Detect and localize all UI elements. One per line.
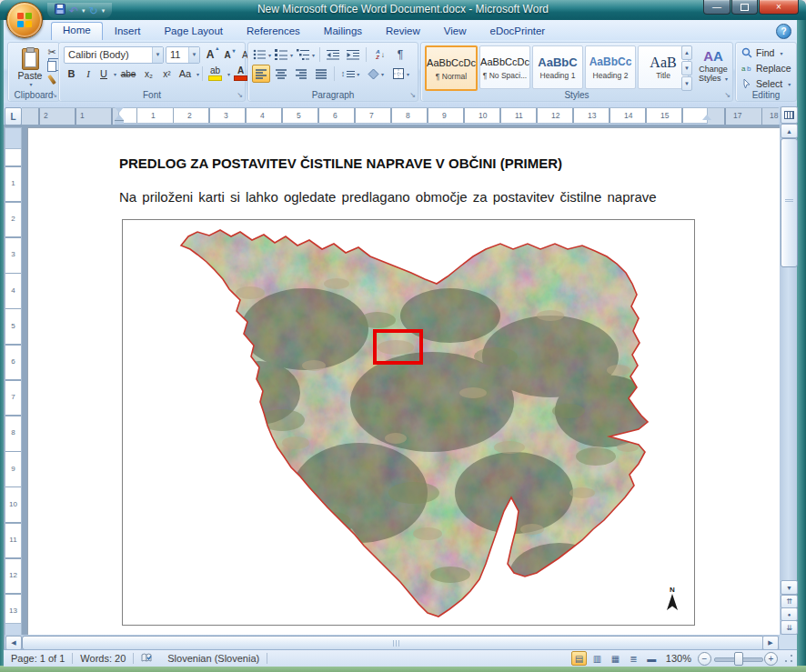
tab-home[interactable]: Home [51, 22, 103, 40]
scroll-up-button[interactable]: ▲ [781, 124, 798, 138]
style-gallery-more-icon[interactable]: ▼ [681, 76, 692, 91]
first-line-indent-marker[interactable] [115, 107, 124, 113]
style-card-heading1[interactable]: AaBbC Heading 1 [532, 45, 583, 89]
format-painter-icon[interactable] [47, 75, 56, 85]
replace-button[interactable]: ab Replace [741, 62, 791, 75]
tab-insert[interactable]: Insert [103, 23, 153, 40]
tab-edocprinter[interactable]: eDocPrinter [478, 23, 557, 40]
style-card-normal[interactable]: AaBbCcDc ¶ Normal [425, 45, 478, 91]
font-dialog-launcher-icon[interactable]: ↘ [237, 92, 243, 99]
draft-view-button[interactable]: ▬ [644, 651, 660, 666]
justify-button[interactable] [312, 65, 330, 83]
shading-button[interactable]: ▾ [364, 65, 388, 83]
ruler-number: 10 [479, 111, 487, 120]
help-button[interactable]: ? [776, 24, 791, 39]
copy-icon[interactable] [47, 61, 56, 72]
styles-dialog-launcher-icon[interactable]: ↘ [724, 92, 730, 99]
grow-font-button[interactable]: A [202, 45, 218, 64]
tab-mailings[interactable]: Mailings [312, 23, 374, 40]
vruler-bottom-margin [5, 623, 22, 636]
multilevel-list-button[interactable]: ▾ [296, 45, 316, 64]
bullets-button[interactable]: ▾ [252, 45, 272, 64]
change-case-arrow-icon[interactable]: ▾ [196, 71, 199, 77]
subscript-button[interactable]: x₂ [140, 65, 157, 83]
full-screen-reading-view-button[interactable]: ▥ [589, 651, 605, 666]
style-card-heading2[interactable]: AaBbCc Heading 2 [585, 45, 636, 89]
tab-selector-button[interactable]: L [5, 107, 22, 125]
horizontal-scrollbar[interactable]: ◀ ▶ [5, 635, 780, 649]
scroll-right-button[interactable]: ▶ [762, 636, 779, 650]
minimize-button[interactable]: — [703, 0, 730, 15]
cut-icon[interactable]: ✂ [47, 46, 55, 58]
word-count[interactable]: Words: 20 [73, 653, 133, 664]
save-icon[interactable] [55, 4, 65, 17]
decrease-indent-button[interactable] [324, 45, 342, 64]
redo-icon[interactable]: ↻ [89, 5, 98, 17]
tab-references[interactable]: References [235, 23, 312, 40]
zoom-slider-thumb[interactable] [734, 652, 743, 666]
font-size-combo[interactable]: 11 ▼ [166, 46, 200, 64]
page-indicator[interactable]: Page: 1 of 1 [4, 653, 72, 664]
qat-customize-arrow-icon[interactable]: ▾ [102, 7, 106, 15]
outline-view-button[interactable]: ≣ [626, 651, 641, 666]
clipboard-dialog-launcher-icon[interactable]: ↘ [51, 92, 57, 99]
bold-button[interactable]: B [63, 65, 80, 83]
close-button[interactable]: × [759, 0, 799, 15]
italic-button[interactable]: I [81, 65, 96, 83]
zoom-in-button[interactable]: + [764, 652, 778, 666]
zoom-level[interactable]: 130% [662, 653, 695, 664]
increase-indent-button[interactable] [344, 45, 362, 64]
numbering-button[interactable]: ▾ [274, 45, 294, 64]
office-button[interactable] [6, 2, 43, 38]
next-page-button[interactable]: ⇊ [781, 620, 798, 635]
print-layout-view-button[interactable]: ▤ [571, 651, 587, 666]
language-indicator[interactable]: Slovenian (Slovenia) [160, 653, 267, 664]
maximize-button[interactable] [731, 0, 758, 15]
proofing-status-icon[interactable] [134, 653, 160, 665]
undo-dropdown-arrow-icon[interactable]: ▾ [82, 7, 86, 15]
tab-view[interactable]: View [432, 23, 479, 40]
vertical-scrollbar[interactable]: ▲ ▼ ⇈ ● ⇊ [780, 106, 797, 635]
line-spacing-button[interactable]: ↕ ▾ [338, 65, 362, 83]
find-button[interactable]: Find▾ [741, 46, 791, 59]
align-right-button[interactable] [292, 65, 310, 83]
undo-icon[interactable]: ↶ [69, 5, 78, 17]
document-page[interactable]: PREDLOG ZA POSTAVITEV ČISTILNE NAPRAVE V… [27, 127, 781, 636]
change-case-button[interactable]: Aa [176, 65, 194, 83]
right-indent-marker[interactable] [702, 115, 711, 120]
paragraph-dialog-launcher-icon[interactable]: ↘ [409, 92, 416, 99]
numbering-icon [275, 49, 288, 60]
show-hide-pilcrow-button[interactable]: ¶ [392, 45, 408, 64]
web-layout-view-button[interactable]: ▦ [608, 651, 623, 666]
scroll-left-button[interactable]: ◀ [5, 636, 22, 650]
align-left-button[interactable] [252, 65, 270, 83]
highlight-arrow-icon[interactable]: ▾ [227, 71, 230, 77]
zoom-slider[interactable] [714, 652, 761, 665]
highlight-color-button[interactable]: ab [206, 65, 225, 83]
horizontal-scroll-thumb[interactable] [22, 636, 764, 650]
tab-page-layout[interactable]: Page Layout [152, 23, 235, 40]
resize-grip-icon[interactable] [784, 654, 793, 663]
font-family-combo[interactable]: Calibri (Body) ▼ [64, 46, 164, 64]
vertical-scroll-thumb[interactable] [781, 138, 798, 267]
previous-page-button[interactable]: ⇈ [781, 595, 798, 608]
style-scroll-down-icon[interactable]: ▼ [681, 61, 692, 75]
select-browse-object-button[interactable]: ● [781, 607, 798, 621]
view-ruler-toggle-button[interactable] [781, 106, 798, 124]
horizontal-ruler[interactable]: 21 123456789101112131415 1718 [22, 107, 779, 124]
superscript-button[interactable]: x² [158, 65, 176, 83]
tab-review[interactable]: Review [374, 23, 432, 40]
underline-button[interactable]: U [96, 65, 111, 83]
sort-button[interactable]: AZ ↓ [370, 45, 390, 64]
scroll-down-button[interactable]: ▼ [781, 580, 798, 595]
vertical-ruler[interactable]: 12345678910111213 [5, 127, 20, 634]
align-center-button[interactable] [272, 65, 290, 83]
select-button[interactable]: Select▾ [741, 77, 791, 90]
zoom-out-button[interactable]: − [698, 652, 711, 666]
borders-button[interactable]: ▾ [389, 65, 413, 83]
shrink-font-button[interactable]: A [220, 45, 235, 64]
style-card-no-spacing[interactable]: AaBbCcDc ¶ No Spaci... [479, 45, 530, 89]
strikethrough-button[interactable]: abe [117, 65, 139, 83]
style-scroll-up-icon[interactable]: ▲ [681, 45, 692, 60]
underline-arrow-icon[interactable]: ▾ [114, 71, 116, 77]
